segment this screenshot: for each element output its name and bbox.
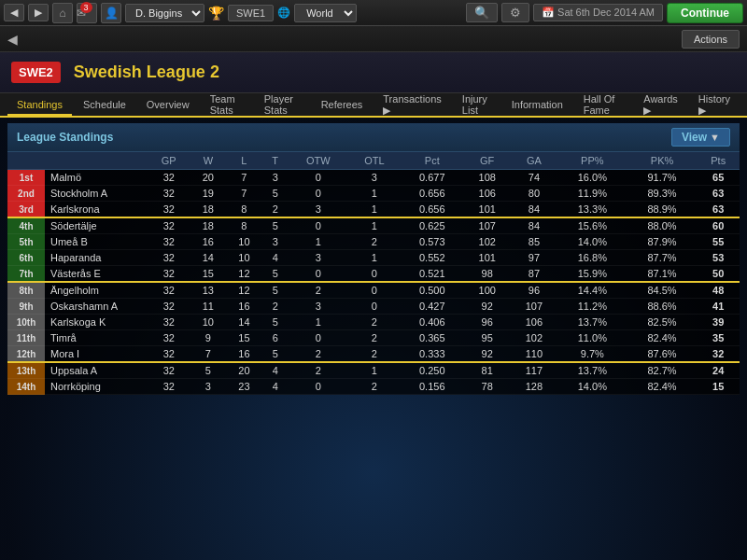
table-row[interactable]: 12th Mora I 32 7 16 5 2 2 0.333 92 110 9… bbox=[7, 346, 740, 363]
continue-button[interactable]: Continue bbox=[667, 3, 743, 23]
otw-cell: 1 bbox=[289, 315, 348, 330]
inbox-icon[interactable]: ✉ 3 bbox=[77, 3, 97, 23]
rank-cell: 11th bbox=[7, 330, 45, 346]
pk-cell: 87.1% bbox=[627, 266, 698, 283]
otw-cell: 0 bbox=[289, 170, 348, 186]
team-name-cell: Karlskoga K bbox=[45, 315, 148, 330]
pp-cell: 14.0% bbox=[557, 234, 627, 250]
w-cell: 15 bbox=[190, 266, 227, 283]
pk-cell: 87.6% bbox=[627, 346, 698, 363]
rank-cell: 3rd bbox=[7, 202, 45, 218]
pts-cell: 65 bbox=[697, 170, 740, 186]
pp-cell: 13.3% bbox=[557, 202, 627, 218]
ga-cell: 102 bbox=[511, 330, 557, 346]
pp-cell: 11.9% bbox=[557, 186, 627, 202]
tab-team-stats[interactable]: Team Stats bbox=[201, 90, 253, 121]
w-cell: 20 bbox=[190, 170, 227, 186]
table-row[interactable]: 5th Umeå B 32 16 10 3 1 2 0.573 102 85 1… bbox=[7, 234, 740, 250]
standings-panel: League Standings View ▼ GP W L T OTW OTL… bbox=[7, 123, 740, 395]
col-gp: GP bbox=[148, 152, 190, 170]
pk-cell: 88.6% bbox=[627, 299, 698, 315]
people-icon[interactable]: 👤 bbox=[101, 3, 121, 23]
pp-cell: 14.0% bbox=[557, 379, 627, 395]
home-icon[interactable]: ⌂ bbox=[52, 3, 73, 23]
otl-cell: 0 bbox=[348, 266, 401, 283]
l-cell: 10 bbox=[226, 250, 262, 266]
table-row[interactable]: 3rd Karlskrona 32 18 8 2 3 1 0.656 101 8… bbox=[7, 202, 740, 218]
otw-cell: 0 bbox=[289, 266, 348, 283]
search-button[interactable]: 🔍 bbox=[466, 3, 498, 22]
t-cell: 2 bbox=[262, 299, 289, 315]
standings-header: League Standings View ▼ bbox=[7, 123, 740, 152]
gp-cell: 32 bbox=[148, 234, 190, 250]
gp-cell: 32 bbox=[148, 346, 190, 363]
tab-overview[interactable]: Overview bbox=[137, 95, 199, 116]
table-row[interactable]: 1st Malmö 32 20 7 3 0 3 0.677 108 74 16.… bbox=[7, 170, 740, 186]
otl-cell: 1 bbox=[348, 362, 401, 379]
standings-table: GP W L T OTW OTL Pct GF GA PP% PK% Pts 1… bbox=[7, 152, 740, 395]
t-cell: 3 bbox=[262, 234, 289, 250]
pts-cell: 48 bbox=[697, 282, 740, 299]
table-row[interactable]: 7th Västerås E 32 15 12 5 0 0 0.521 98 8… bbox=[7, 266, 740, 283]
ga-cell: 96 bbox=[511, 282, 557, 299]
table-row[interactable]: 2nd Stockholm A 32 19 7 5 0 1 0.656 106 … bbox=[7, 186, 740, 202]
gf-cell: 95 bbox=[464, 330, 511, 346]
view-button[interactable]: View ▼ bbox=[671, 128, 730, 147]
settings-button[interactable]: ⚙ bbox=[501, 3, 529, 22]
tab-player-stats[interactable]: Player Stats bbox=[255, 90, 310, 121]
table-row[interactable]: 11th Timrå 32 9 15 6 0 2 0.365 95 102 11… bbox=[7, 330, 740, 346]
pk-cell: 84.5% bbox=[627, 282, 698, 299]
table-row[interactable]: 6th Haparanda 32 14 10 4 3 1 0.552 101 9… bbox=[7, 250, 740, 266]
ga-cell: 80 bbox=[511, 186, 557, 202]
actions-button[interactable]: Actions bbox=[682, 30, 740, 49]
t-cell: 5 bbox=[262, 282, 289, 299]
rank-cell: 14th bbox=[7, 379, 45, 395]
w-cell: 16 bbox=[190, 234, 227, 250]
manager-select[interactable]: D. Biggins bbox=[125, 4, 204, 22]
gf-cell: 81 bbox=[464, 362, 511, 379]
gp-cell: 32 bbox=[148, 202, 190, 218]
otw-cell: 1 bbox=[289, 234, 348, 250]
gf-cell: 98 bbox=[464, 266, 511, 283]
tab-standings[interactable]: Standings bbox=[7, 95, 72, 116]
rank-cell: 7th bbox=[7, 266, 45, 283]
pct-cell: 0.406 bbox=[401, 315, 464, 330]
table-row[interactable]: 14th Norrköping 32 3 23 4 0 2 0.156 78 1… bbox=[7, 379, 740, 395]
col-rank bbox=[7, 152, 45, 170]
w-cell: 13 bbox=[190, 282, 227, 299]
table-row[interactable]: 4th Södertälje 32 18 8 5 0 1 0.625 107 8… bbox=[7, 217, 740, 234]
pts-cell: 41 bbox=[697, 299, 740, 315]
col-t: T bbox=[262, 152, 289, 170]
pts-cell: 15 bbox=[697, 379, 740, 395]
l-cell: 7 bbox=[226, 186, 262, 202]
calendar-button[interactable]: 📅 Sat 6th Dec 2014 AM bbox=[533, 4, 663, 21]
table-row[interactable]: 10th Karlskoga K 32 10 14 5 1 2 0.406 96… bbox=[7, 315, 740, 330]
sec-back-icon[interactable]: ◀ bbox=[7, 32, 18, 47]
gp-cell: 32 bbox=[148, 250, 190, 266]
ga-cell: 84 bbox=[511, 217, 557, 234]
otw-cell: 2 bbox=[289, 362, 348, 379]
pts-cell: 60 bbox=[697, 217, 740, 234]
table-row[interactable]: 13th Uppsala A 32 5 20 4 2 1 0.250 81 11… bbox=[7, 362, 740, 379]
pct-cell: 0.552 bbox=[401, 250, 464, 266]
tab-injury-list[interactable]: Injury List bbox=[453, 90, 500, 121]
tab-information[interactable]: Information bbox=[502, 95, 572, 116]
table-row[interactable]: 8th Ängelholm 32 13 12 5 2 0 0.500 100 9… bbox=[7, 282, 740, 299]
world-select[interactable]: World bbox=[294, 4, 357, 22]
forward-button[interactable]: ▶ bbox=[28, 4, 49, 21]
ga-cell: 74 bbox=[511, 170, 557, 186]
back-button[interactable]: ◀ bbox=[4, 4, 24, 21]
tab-hall-of-fame[interactable]: Hall Of Fame bbox=[574, 90, 633, 121]
otl-cell: 2 bbox=[348, 330, 401, 346]
tab-referees[interactable]: Referees bbox=[312, 95, 373, 116]
gp-cell: 32 bbox=[148, 299, 190, 315]
gf-cell: 107 bbox=[464, 217, 511, 234]
league-tag[interactable]: SWE1 bbox=[228, 5, 274, 21]
l-cell: 16 bbox=[226, 346, 262, 363]
gf-cell: 101 bbox=[464, 202, 511, 218]
col-team bbox=[45, 152, 148, 170]
tab-schedule[interactable]: Schedule bbox=[74, 95, 135, 116]
table-row[interactable]: 9th Oskarshamn A 32 11 16 2 3 0 0.427 92… bbox=[7, 299, 740, 315]
team-name-cell: Västerås E bbox=[45, 266, 148, 283]
pk-cell: 88.9% bbox=[627, 202, 698, 218]
